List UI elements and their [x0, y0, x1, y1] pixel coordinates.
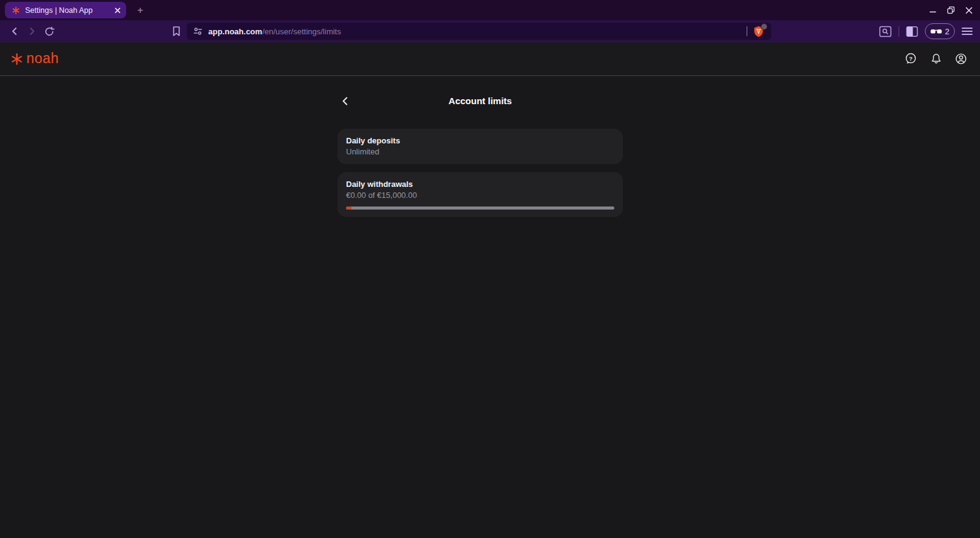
daily-deposits-card: Daily deposits Unlimited [337, 129, 623, 164]
sunglasses-icon [930, 29, 942, 34]
sidebar-toggle-icon[interactable] [906, 26, 918, 37]
limits-card-list: Daily deposits Unlimited Daily withdrawa… [337, 129, 623, 217]
daily-withdrawals-card: Daily withdrawals €0.00 of €15,000.00 [337, 172, 623, 217]
page-back-button[interactable] [340, 96, 351, 107]
tab-title: Settings | Noah App [25, 6, 110, 15]
forward-button[interactable] [23, 23, 40, 40]
url-domain: app.noah.com [208, 27, 262, 36]
card-value: €0.00 of €15,000.00 [346, 191, 614, 200]
window-controls [929, 0, 973, 20]
toolbar-divider [899, 26, 899, 37]
withdrawals-progress-fill [346, 206, 352, 210]
bookmark-icon[interactable] [172, 26, 181, 37]
account-limits-page: Account limits Daily deposits Unlimited … [0, 76, 980, 537]
noah-logo[interactable]: noah [10, 51, 59, 67]
shield-extension-icon[interactable] [753, 25, 765, 37]
extension-badge-count: 2 [945, 27, 949, 36]
back-button[interactable] [6, 23, 23, 40]
help-icon[interactable]: ? [902, 50, 919, 67]
site-permissions-icon[interactable] [193, 26, 203, 36]
noah-asterisk-icon [10, 53, 23, 66]
browser-tab-strip: Settings | Noah App + [0, 0, 980, 20]
window-minimize-icon[interactable] [929, 7, 937, 14]
search-panel-icon[interactable] [879, 26, 892, 37]
url-area: app.noah.com/en/user/settings/limits [172, 23, 771, 40]
urlbar-divider [747, 26, 747, 36]
window-close-icon[interactable] [965, 7, 973, 14]
url-bar[interactable]: app.noah.com/en/user/settings/limits [187, 23, 771, 40]
privacy-extension-pill[interactable]: 2 [925, 23, 955, 39]
app-header: noah ? [0, 42, 980, 76]
page-title-row: Account limits [337, 94, 623, 108]
account-profile-icon[interactable] [952, 50, 970, 67]
card-title: Daily deposits [346, 136, 614, 146]
card-title: Daily withdrawals [346, 180, 614, 189]
page-title: Account limits [337, 94, 623, 108]
new-tab-button[interactable]: + [134, 4, 147, 17]
toolbar-right-icons: 2 [879, 23, 974, 39]
withdrawals-progress-track [346, 206, 614, 210]
url-path: /en/user/settings/limits [262, 27, 341, 36]
tab-favicon-asterisk-icon [12, 6, 20, 15]
menu-hamburger-icon[interactable] [962, 27, 973, 36]
notifications-bell-icon[interactable] [927, 50, 944, 67]
window-restore-icon[interactable] [947, 6, 955, 14]
svg-text:?: ? [909, 55, 913, 62]
tab-close-icon[interactable] [115, 7, 121, 13]
noah-logo-text: noah [26, 51, 59, 67]
card-value: Unlimited [346, 147, 614, 157]
reload-button[interactable] [40, 23, 58, 40]
url-text: app.noah.com/en/user/settings/limits [208, 27, 341, 36]
browser-tab[interactable]: Settings | Noah App [5, 2, 126, 18]
header-icons: ? [902, 50, 970, 67]
browser-toolbar: app.noah.com/en/user/settings/limits [0, 20, 980, 42]
shield-badge [761, 23, 767, 30]
